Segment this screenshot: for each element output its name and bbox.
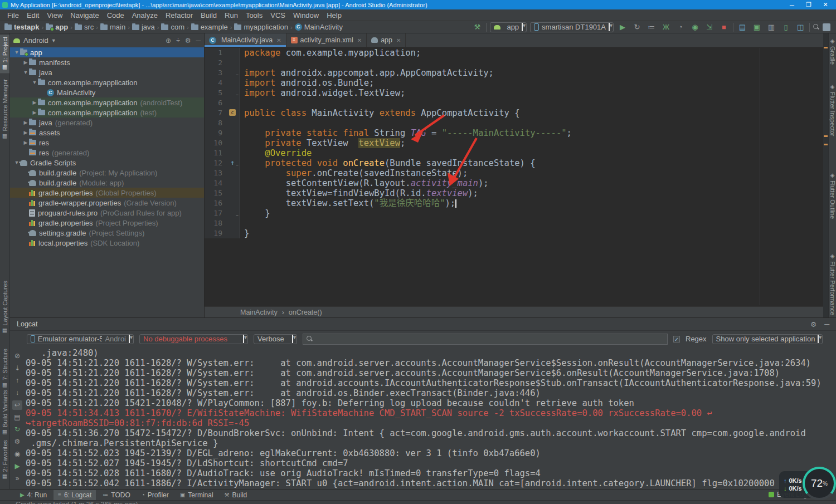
gear-icon[interactable]: ⚙ bbox=[185, 37, 191, 45]
tool-strip-layout-captures[interactable]: ▦Layout Captures bbox=[0, 278, 9, 336]
logcat-search-input[interactable] bbox=[303, 334, 668, 345]
debug-icon[interactable]: Ж bbox=[660, 22, 672, 32]
tree-item[interactable]: ▶com.example.myapplication(androidTest) bbox=[10, 97, 204, 107]
minimize-icon[interactable]: ─ bbox=[784, 2, 800, 8]
print-icon[interactable]: ▤ bbox=[12, 413, 22, 422]
device-manager-icon[interactable]: ▥ bbox=[766, 22, 777, 32]
logcat-header-options-icon[interactable]: ⇣ bbox=[12, 364, 22, 373]
project-view-selector[interactable]: Android bbox=[23, 36, 48, 45]
build-hammer-icon[interactable]: ⚒ bbox=[472, 22, 483, 32]
profiler-icon[interactable]: ◔ bbox=[675, 22, 686, 32]
breadcrumb-item[interactable]: com bbox=[161, 23, 184, 31]
collapse-all-icon[interactable]: ÷ bbox=[176, 37, 180, 45]
device-file-explorer-icon[interactable]: ▤ bbox=[737, 22, 748, 32]
tree-item[interactable]: ▶manifests bbox=[10, 57, 204, 67]
logcat-filter-dropdown[interactable]: Show only selected application ▼ bbox=[712, 334, 823, 344]
close-icon[interactable]: ✕ bbox=[817, 1, 834, 8]
soft-wrap-icon[interactable]: ↩ bbox=[12, 400, 22, 410]
screen-record-icon[interactable]: ▶ bbox=[12, 462, 22, 471]
search-everywhere-icon[interactable] bbox=[813, 24, 819, 30]
tree-item[interactable]: ▶java(generated) bbox=[10, 118, 204, 128]
breadcrumb-item[interactable]: example bbox=[191, 23, 228, 31]
menu-window[interactable]: Window bbox=[289, 10, 323, 21]
breadcrumb-item[interactable]: MainActivity bbox=[240, 309, 278, 316]
error-stripe[interactable] bbox=[823, 33, 828, 317]
tree-item[interactable]: ▼com.example.myapplication bbox=[10, 77, 204, 87]
cpu-gauge-icon[interactable]: ◉ bbox=[689, 22, 701, 32]
locate-icon[interactable]: ⊕ bbox=[166, 37, 171, 45]
menu-run[interactable]: Run bbox=[221, 10, 242, 21]
tool-strip-1-project[interactable]: ▦1: Project bbox=[0, 35, 9, 73]
menu-build[interactable]: Build bbox=[197, 10, 221, 21]
scroll-up-icon[interactable]: ↑ bbox=[12, 376, 22, 385]
hide-icon[interactable]: ─ bbox=[196, 37, 201, 45]
breadcrumb-item[interactable]: testapk bbox=[4, 23, 40, 31]
tree-item[interactable]: gradle.properties(Project Properties) bbox=[10, 218, 204, 228]
tool-strip-resource-manager[interactable]: ▦Resource Manager bbox=[0, 77, 9, 142]
tree-item[interactable]: gradle.properties(Global Properties) bbox=[10, 188, 204, 198]
tool-window-logcat[interactable]: ≡6: Logcat bbox=[54, 490, 96, 500]
menu-analyze[interactable]: Analyze bbox=[128, 10, 162, 21]
resource-manager-icon[interactable]: ◫ bbox=[795, 22, 806, 32]
tool-strip-7-structure[interactable]: ▦7: Structure bbox=[0, 346, 9, 391]
logcat-process-dropdown[interactable]: No debuggable processes ▼ bbox=[139, 334, 248, 344]
tree-item[interactable]: ▶assets bbox=[10, 128, 204, 138]
close-tab-icon[interactable]: ✕ bbox=[396, 37, 401, 43]
screenshot-icon[interactable]: ◉ bbox=[12, 449, 22, 459]
tool-strip-flutter-outline[interactable]: ◈Flutter Outline bbox=[829, 170, 836, 221]
tab-mainactivity-java[interactable]: CMainActivity.java✕ bbox=[205, 33, 286, 47]
menu-view[interactable]: View bbox=[43, 10, 66, 21]
gear-icon[interactable]: ⚙ bbox=[810, 320, 816, 329]
tree-item[interactable]: build.gradle(Project: My Application) bbox=[10, 168, 204, 178]
tool-strip-gradle[interactable]: ◈Gradle bbox=[829, 36, 836, 67]
clear-logcat-icon[interactable]: ⊘ bbox=[12, 351, 22, 361]
hide-icon[interactable]: ─ bbox=[824, 320, 829, 329]
menu-help[interactable]: Help bbox=[323, 10, 346, 21]
menu-edit[interactable]: Edit bbox=[23, 10, 43, 21]
menu-vcs[interactable]: VCS bbox=[266, 10, 289, 21]
breadcrumb-item[interactable]: app bbox=[46, 23, 68, 31]
tool-window-run[interactable]: ▶4: Run bbox=[16, 490, 51, 500]
breadcrumb-item[interactable]: main bbox=[100, 23, 125, 31]
tree-item[interactable]: settings.gradle(Project Settings) bbox=[10, 228, 204, 238]
close-tab-icon[interactable]: ✕ bbox=[276, 37, 281, 43]
tool-window-todo[interactable]: ≔TODO bbox=[98, 490, 134, 500]
scroll-down-icon[interactable]: ↓ bbox=[12, 388, 22, 398]
tree-item[interactable]: proguard-rules.pro(ProGuard Rules for ap… bbox=[10, 208, 204, 218]
editor[interactable]: CMainActivity.java✕≡activity_main.xml✕ap… bbox=[205, 33, 823, 317]
breadcrumb-item[interactable]: myapplication bbox=[234, 23, 288, 31]
breadcrumb-item[interactable]: CMainActivity bbox=[295, 23, 343, 31]
run-config-dropdown[interactable]: app▼ bbox=[490, 22, 527, 32]
logcat-level-dropdown[interactable]: Verbose ▼ bbox=[254, 334, 297, 344]
more-icon[interactable]: » bbox=[12, 474, 22, 483]
tool-strip-flutter-performance[interactable]: ◈Flutter Performance bbox=[829, 251, 836, 317]
code-area[interactable]: 1package com.example.myapplication;23−im… bbox=[205, 48, 823, 305]
tool-window-profiler[interactable]: ◔Profiler bbox=[137, 490, 173, 500]
run-with-coverage-icon[interactable]: ≔ bbox=[646, 22, 657, 32]
logcat-device-dropdown[interactable]: Emulator emulator-5554 Androi ▼ bbox=[27, 334, 134, 344]
logcat-settings-icon[interactable]: ⚙ bbox=[12, 437, 22, 447]
menu-file[interactable]: File bbox=[3, 10, 23, 21]
tree-item[interactable]: ▼app bbox=[10, 47, 204, 57]
device-dropdown[interactable]: smartisan DT1901A▼ bbox=[530, 22, 614, 32]
menu-tools[interactable]: Tools bbox=[242, 10, 266, 21]
tab-app[interactable]: app✕ bbox=[367, 33, 406, 47]
tool-strip-build-variants[interactable]: ▦Build Variants bbox=[0, 388, 9, 438]
tree-item[interactable]: res(generated) bbox=[10, 148, 204, 158]
avatar[interactable] bbox=[823, 23, 830, 31]
class-gutter-icon[interactable]: c bbox=[229, 109, 236, 116]
tree-item[interactable]: build.gradle(Module: app) bbox=[10, 178, 204, 188]
tree-item[interactable]: ▶res bbox=[10, 138, 204, 148]
override-gutter-icon[interactable]: ↑ bbox=[229, 159, 236, 166]
breadcrumb-item[interactable]: src bbox=[75, 23, 94, 31]
running-devices-icon[interactable]: ▣ bbox=[751, 22, 762, 32]
run-icon[interactable]: ▶ bbox=[617, 22, 628, 32]
stop-icon[interactable]: ■ bbox=[718, 22, 730, 32]
restart-logcat-icon[interactable]: ↻ bbox=[12, 425, 22, 434]
tree-item[interactable]: CMainActivity bbox=[10, 87, 204, 97]
tree-item[interactable]: ▼java bbox=[10, 67, 204, 77]
tab-activity-main-xml[interactable]: ≡activity_main.xml✕ bbox=[286, 33, 367, 47]
apply-changes-icon[interactable]: ↻ bbox=[631, 22, 643, 32]
logcat-output[interactable]: .java:2480)09-05 14:51:21.220 1611-1628/… bbox=[26, 348, 835, 489]
tool-strip-2-favorites[interactable]: ▦2: Favorites bbox=[0, 438, 9, 482]
